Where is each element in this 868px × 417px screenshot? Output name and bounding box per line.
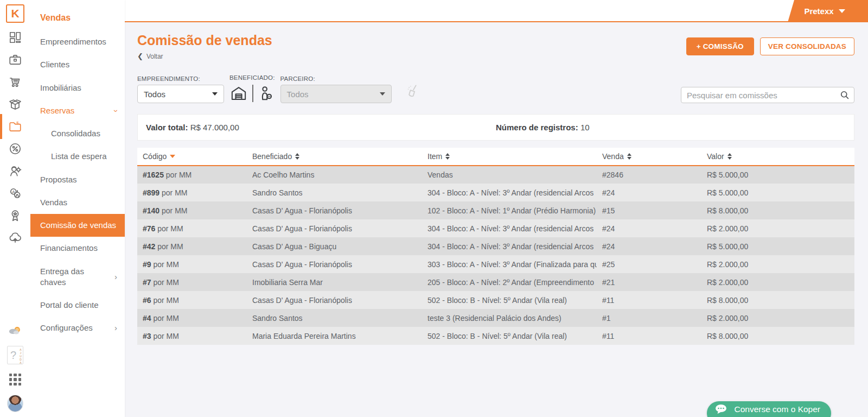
worker-icon[interactable] (7, 163, 23, 179)
sidebar-item-propostas[interactable]: Propostas (30, 168, 125, 191)
table-row[interactable]: #6 por MMCasas D' Agua - Florianópolis50… (137, 291, 854, 309)
table-row[interactable]: #7 por MMImobiliaria Serra Mar205 - Bloc… (137, 273, 854, 291)
app-logo-letter: K (11, 7, 19, 20)
cell-beneficiado: Maria Eduarda Pereira Martins (247, 327, 422, 345)
cell-valor: R$ 8.000,00 (701, 291, 854, 309)
sidebar-item-lista-de-espera[interactable]: Lista de espera (30, 145, 125, 168)
avatar-image (7, 395, 23, 412)
empreendimento-label: EMPREENDIMENTO: (137, 75, 224, 82)
sidebar-item-portal-do-cliente[interactable]: Portal do cliente (30, 294, 125, 317)
chat-bubble-icon (714, 403, 729, 415)
sidebar-item-clientes[interactable]: Clientes (30, 53, 125, 76)
sidebar-item-entrega-das-chaves[interactable]: Entrega das chaves› (30, 260, 125, 294)
clear-filters-icon[interactable] (405, 83, 421, 102)
parceiro-select[interactable]: Todos (280, 85, 392, 103)
parceiro-value: Todos (287, 90, 309, 99)
sort-icon (445, 153, 450, 160)
cart-icon[interactable] (7, 74, 23, 90)
table-row[interactable]: #899 por MMSandro Santos304 - Bloco: A -… (137, 184, 854, 201)
apps-grid-icon[interactable] (7, 372, 23, 387)
cloud-upload-icon[interactable] (7, 230, 23, 245)
tenant-switcher[interactable]: Pretexx (781, 0, 868, 22)
column-header-codigo[interactable]: Código (137, 148, 247, 166)
table-row[interactable]: #1625 por MMAc Coelho MartinsVendas#2846… (137, 166, 854, 184)
cell-beneficiado: Ac Coelho Martins (247, 166, 422, 184)
user-avatar[interactable] (7, 394, 23, 413)
sidebar-item-configuracoes[interactable]: Configurações› (30, 317, 125, 339)
content-area: Pretexx Comissão de vendas ❮ Voltar + CO… (125, 0, 868, 417)
chat-button[interactable]: Converse com o Koper (707, 401, 831, 417)
search-input[interactable] (681, 87, 854, 103)
table-row[interactable]: #140 por MMCasas D' Agua - Florianópolis… (137, 201, 854, 219)
cell-item: 205 - Bloco: A - Nível: 2º Andar (Empree… (422, 273, 597, 291)
sort-icon (727, 153, 732, 160)
empreendimento-value: Todos (144, 90, 165, 99)
cell-valor: R$ 2.000,00 (701, 255, 854, 273)
table-row[interactable]: #4 por MMSandro Santosteste 3 (Residenci… (137, 309, 854, 327)
cell-item: 502 - Bloco: B - Nível: 5º Andar (Vila r… (422, 291, 597, 309)
cell-beneficiado: Sandro Santos (247, 309, 422, 327)
sidebar-item-comissao-de-vendas[interactable]: Comissão de vendas (30, 214, 125, 237)
cell-item: 102 - Bloco: A - Nível: 1º Andar (Prédio… (422, 201, 597, 219)
sidebar-item-label: Consolidadas (51, 128, 100, 139)
chevron-right-icon: › (114, 323, 117, 333)
percent-icon[interactable] (7, 141, 23, 156)
valor-total-value: R$ 47.000,00 (190, 123, 239, 132)
back-link[interactable]: ❮ Voltar (137, 52, 163, 60)
topbar: Pretexx (125, 0, 868, 22)
cell-venda: #11 (597, 327, 701, 345)
broker-person-icon[interactable] (258, 85, 274, 102)
open-box-icon[interactable] (7, 97, 23, 112)
cell-beneficiado: Sandro Santos (247, 184, 422, 201)
sidebar-item-label: Vendas (40, 197, 67, 208)
parceiro-label: PARCEIRO: (280, 75, 392, 82)
chevron-down-icon (839, 9, 845, 13)
app-logo[interactable]: K (6, 4, 24, 23)
sidebar-item-vendas[interactable]: Vendas (30, 191, 125, 214)
cell-codigo: #1625 por MM (137, 166, 247, 184)
sidebar-item-label: Lista de espera (51, 151, 107, 162)
agency-building-icon[interactable] (229, 85, 248, 102)
sidebar-item-label: Financiamentos (40, 243, 98, 254)
table-row[interactable]: #42 por MMCasas D' Agua - Biguaçu304 - B… (137, 237, 854, 255)
column-header-valor[interactable]: Valor (701, 148, 854, 166)
cell-codigo: #7 por MM (137, 273, 247, 291)
help-icon[interactable]: ? AJUDA (7, 345, 23, 365)
profiles-icon[interactable]: A (7, 186, 23, 201)
cell-valor: R$ 2.000,00 (701, 273, 854, 291)
summary-bar: Valor total: R$ 47.000,00 Número de regi… (137, 114, 854, 141)
empreendimento-select[interactable]: Todos (137, 85, 224, 103)
table-row[interactable]: #3 por MMMaria Eduarda Pereira Martins50… (137, 327, 854, 345)
cell-venda: #15 (597, 201, 701, 219)
tenant-name: Pretexx (804, 7, 833, 16)
sidebar-item-label: Portal do cliente (40, 300, 99, 311)
registros-label: Número de registros: (496, 123, 578, 132)
sidebar-item-consolidadas[interactable]: Consolidadas (30, 122, 125, 145)
medal-icon[interactable] (7, 208, 23, 223)
column-header-item[interactable]: Item (422, 148, 597, 166)
briefcase-icon[interactable] (7, 52, 23, 67)
table-row[interactable]: #76 por MMCasas D' Agua - Florianópolis3… (137, 219, 854, 237)
cell-beneficiado: Casas D' Agua - Florianópolis (247, 219, 422, 237)
sidebar-item-empreendimentos[interactable]: Empreendimentos (30, 30, 125, 53)
folder-money-icon[interactable]: $ (7, 119, 23, 134)
cell-codigo: #899 por MM (137, 184, 247, 201)
sidebar-item-label: Propostas (40, 174, 77, 185)
column-header-beneficiado[interactable]: Beneficiado (247, 148, 422, 166)
cell-venda: #1 (597, 309, 701, 327)
sidebar-item-financiamentos[interactable]: Financiamentos (30, 237, 125, 260)
chevron-right-icon: › (114, 271, 117, 282)
sidebar-item-imobiliarias[interactable]: Imobiliárias (30, 77, 125, 99)
view-consolidated-button[interactable]: VER CONSOLIDADAS (760, 37, 854, 55)
table-row[interactable]: #9 por MMCasas D' Agua - Florianópolis30… (137, 255, 854, 273)
page-title: Comissão de vendas (137, 33, 272, 48)
dashboard-icon[interactable] (7, 30, 23, 45)
sidebar-item-reservas[interactable]: Reservas› (30, 99, 125, 122)
svg-text:$: $ (16, 121, 19, 125)
add-commission-button[interactable]: + COMISSÃO (686, 37, 754, 55)
column-header-venda[interactable]: Venda (597, 148, 701, 166)
weather-icon[interactable] (7, 323, 23, 338)
search-icon[interactable] (839, 90, 850, 103)
cell-venda: #2846 (597, 166, 701, 184)
valor-total: Valor total: R$ 47.000,00 (146, 123, 496, 132)
